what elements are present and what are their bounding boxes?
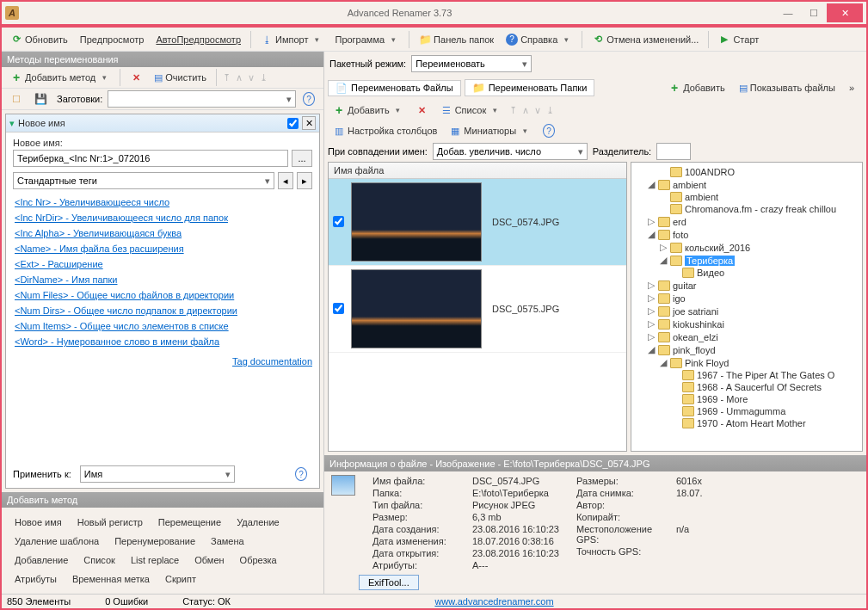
tree-node[interactable]: ▷okean_elzi — [635, 330, 859, 343]
tree-node[interactable]: 1969 - More — [635, 393, 859, 405]
clear-methods-button[interactable]: ▤Очистить — [149, 70, 212, 86]
tree-toggle-icon[interactable]: ▷ — [659, 242, 668, 253]
add-method-link[interactable]: Перенумерование — [108, 533, 201, 549]
add-method-link[interactable]: Обрезка — [234, 552, 283, 568]
tree-node[interactable]: ambient — [635, 191, 859, 203]
tree-node[interactable]: ◢Териберка — [635, 254, 859, 267]
tree-node[interactable]: 1969 - Ummagumma — [635, 405, 859, 417]
file-grid-header[interactable]: Имя файла — [329, 163, 626, 179]
preview-button[interactable]: Предпросмотр — [75, 32, 150, 47]
tree-toggle-icon[interactable]: ◢ — [647, 344, 656, 355]
tag-link[interactable]: <Name> - Имя файла без расширения — [13, 241, 312, 256]
minimize-button[interactable]: — — [775, 3, 801, 22]
add-method-link[interactable]: Замена — [205, 533, 250, 549]
tag-link[interactable]: <Inc Alpha> - Увеличивающаяся буква — [13, 225, 312, 241]
website-link[interactable]: www.advancedrenamer.com — [434, 596, 553, 607]
tree-node[interactable]: Chromanova.fm - crazy freak chillou — [635, 203, 859, 215]
tree-toggle-icon[interactable]: ◢ — [659, 357, 668, 368]
method-enabled-checkbox[interactable] — [287, 118, 299, 129]
tree-node[interactable]: 1970 - Atom Heart Mother — [635, 417, 859, 429]
maximize-button[interactable]: ☐ — [801, 3, 827, 22]
folder-panel-button[interactable]: Панель папок — [414, 31, 499, 48]
tree-node[interactable]: ◢Pink Floyd — [635, 356, 859, 369]
tag-link[interactable]: <Num Dirs> - Общее число подпапок в дире… — [13, 303, 312, 318]
tree-node[interactable]: ▷kiokushinkai — [635, 317, 859, 330]
move-up-icon[interactable]: ∧ — [234, 72, 244, 83]
start-button[interactable]: Старт — [713, 31, 764, 48]
file-row[interactable]: DSC_0574.JPG — [329, 179, 626, 266]
add-method-link[interactable]: Список — [77, 552, 121, 568]
browse-tags-button[interactable]: ... — [292, 150, 312, 167]
autopreview-toggle[interactable]: АвтоПредпросмотр — [151, 32, 246, 47]
tree-toggle-icon[interactable]: ▷ — [647, 280, 656, 291]
tag-next-button[interactable]: ▸ — [297, 172, 312, 189]
file-delete-button[interactable] — [411, 102, 434, 119]
tree-node[interactable]: ◢foto — [635, 228, 859, 241]
tag-doc-link[interactable]: Tag documentation — [232, 356, 312, 367]
tree-node[interactable]: ▷igo — [635, 292, 859, 305]
move-down-icon[interactable]: ∨ — [246, 72, 256, 83]
batch-mode-combo[interactable]: Переименовать▾ — [411, 55, 532, 72]
tag-link[interactable]: <Ext> - Расширение — [13, 256, 312, 272]
tree-node[interactable]: ◢pink_floyd — [635, 343, 859, 356]
file-checkbox[interactable] — [333, 303, 344, 314]
tab-rename-folders[interactable]: Переименовать Папки — [465, 79, 595, 96]
tree-node[interactable]: ◢ambient — [635, 178, 859, 191]
collapse-icon[interactable]: ▾ — [9, 118, 15, 129]
tab-rename-files[interactable]: 📄Переименовать Файлы — [328, 80, 461, 96]
add-method-link[interactable]: Новый регистр — [71, 514, 149, 530]
tree-toggle-icon[interactable]: ◢ — [647, 179, 656, 190]
tag-prev-button[interactable]: ◂ — [278, 172, 293, 189]
separator-input[interactable] — [656, 143, 691, 160]
tree-toggle-icon[interactable]: ▷ — [647, 331, 656, 342]
move-bottom-icon[interactable]: ⤓ — [545, 105, 556, 116]
tree-toggle-icon[interactable]: ▷ — [647, 216, 656, 227]
help-menu[interactable]: Справка — [501, 31, 577, 48]
add-method-link[interactable]: Добавление — [9, 552, 74, 568]
tree-toggle-icon[interactable]: ◢ — [647, 229, 656, 240]
move-top-icon[interactable]: ⤒ — [508, 105, 519, 116]
program-menu[interactable]: Программа — [329, 31, 404, 48]
method-help-button[interactable] — [290, 465, 312, 483]
tags-combo[interactable]: Стандартные теги▾ — [13, 172, 274, 189]
tag-link[interactable]: <Word> - Нумерованное слово в имени файл… — [13, 334, 312, 349]
add-method-link[interactable]: Удаление шаблона — [9, 533, 105, 549]
tree-node[interactable]: 100ANDRO — [635, 166, 859, 178]
tree-toggle-icon[interactable]: ▷ — [647, 293, 656, 304]
tree-toggle-icon[interactable]: ◢ — [659, 255, 668, 266]
open-preset-button[interactable] — [5, 90, 28, 108]
file-list-button[interactable]: Список — [435, 102, 507, 119]
file-help-button[interactable] — [538, 122, 560, 139]
tag-link[interactable]: <DirName> - Имя папки — [13, 272, 312, 287]
close-button[interactable]: ✕ — [827, 3, 863, 22]
save-preset-button[interactable] — [29, 90, 52, 108]
presets-combo[interactable]: ▾ — [108, 90, 296, 108]
tag-link[interactable]: <Num Items> - Общее число элементов в сп… — [13, 318, 312, 334]
tree-showfiles-button[interactable]: ▤Показывать файлы — [734, 79, 840, 96]
tree-node[interactable]: ▷joe satriani — [635, 305, 859, 317]
move-top-icon[interactable]: ⤒ — [221, 72, 232, 83]
exiftool-button[interactable]: ExifTool... — [359, 575, 419, 590]
add-method-link[interactable]: Перемещение — [152, 514, 227, 530]
tree-toggle-icon[interactable]: ▷ — [647, 305, 656, 317]
tag-link[interactable]: <Inc NrDir> - Увеличивающееся число для … — [13, 210, 312, 225]
tree-node[interactable]: ▷кольский_2016 — [635, 241, 859, 254]
tree-node[interactable]: ▷guitar — [635, 279, 859, 292]
tag-link[interactable]: <Inc Nr> - Увеличивающееся число — [13, 194, 312, 210]
tree-node[interactable]: 1967 - The Piper At The Gates O — [635, 369, 859, 381]
undo-button[interactable]: Отмена изменений... — [587, 31, 704, 48]
method-close-button[interactable]: ✕ — [302, 116, 316, 130]
applyto-combo[interactable]: Имя▾ — [80, 465, 235, 483]
add-method-link[interactable]: Временная метка — [66, 571, 156, 587]
add-method-link[interactable]: List replace — [125, 552, 185, 568]
file-add-button[interactable]: Добавить — [328, 102, 409, 119]
file-row[interactable]: DSC_0575.JPG — [329, 266, 626, 353]
tree-node[interactable]: 1968 - A Saucerful Of Secrets — [635, 381, 859, 393]
tree-more-button[interactable]: » — [844, 79, 859, 96]
move-up-icon[interactable]: ∧ — [520, 105, 531, 116]
refresh-button[interactable]: Обновить — [5, 31, 73, 48]
tree-add-button[interactable]: Добавить — [663, 79, 730, 96]
thumbs-button[interactable]: Миниатюры — [444, 122, 536, 139]
add-method-link[interactable]: Удаление — [231, 514, 286, 530]
add-method-link[interactable]: Скрипт — [159, 571, 202, 587]
